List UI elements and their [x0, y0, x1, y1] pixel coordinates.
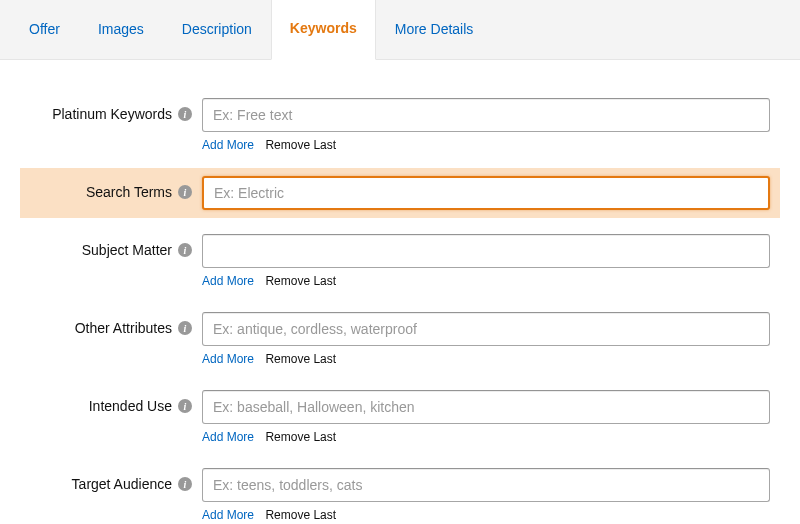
input-target-audience[interactable]	[202, 468, 770, 502]
field-search-terms: Search Terms i	[20, 168, 780, 218]
keywords-form: Platinum Keywords i Add More Remove Last…	[0, 60, 800, 524]
add-more-link[interactable]: Add More	[202, 508, 254, 522]
controls-other-attributes: Add More Remove Last	[202, 312, 770, 366]
controls-search-terms	[202, 176, 770, 210]
tab-keywords[interactable]: Keywords	[271, 0, 376, 60]
label-target-audience: Target Audience i	[30, 468, 202, 492]
remove-last-link[interactable]: Remove Last	[265, 508, 336, 522]
tab-more-details[interactable]: More Details	[376, 0, 493, 59]
tab-images[interactable]: Images	[79, 0, 163, 59]
add-more-link[interactable]: Add More	[202, 138, 254, 152]
input-platinum-keywords[interactable]	[202, 98, 770, 132]
tab-bar: Offer Images Description Keywords More D…	[0, 0, 800, 60]
label-intended-use: Intended Use i	[30, 390, 202, 414]
input-subject-matter[interactable]	[202, 234, 770, 268]
info-icon[interactable]: i	[178, 243, 192, 257]
label-text: Search Terms	[86, 184, 172, 200]
label-text: Intended Use	[89, 398, 172, 414]
tab-description[interactable]: Description	[163, 0, 271, 59]
field-platinum-keywords: Platinum Keywords i Add More Remove Last	[20, 90, 780, 160]
info-icon[interactable]: i	[178, 321, 192, 335]
label-search-terms: Search Terms i	[30, 176, 202, 200]
label-text: Target Audience	[72, 476, 172, 492]
controls-target-audience: Add More Remove Last	[202, 468, 770, 522]
info-icon[interactable]: i	[178, 399, 192, 413]
controls-subject-matter: Add More Remove Last	[202, 234, 770, 288]
remove-last-link[interactable]: Remove Last	[265, 138, 336, 152]
actions-target-audience: Add More Remove Last	[202, 508, 770, 522]
remove-last-link[interactable]: Remove Last	[265, 430, 336, 444]
add-more-link[interactable]: Add More	[202, 274, 254, 288]
add-more-link[interactable]: Add More	[202, 352, 254, 366]
field-target-audience: Target Audience i Add More Remove Last	[20, 460, 780, 524]
tab-offer[interactable]: Offer	[10, 0, 79, 59]
actions-intended-use: Add More Remove Last	[202, 430, 770, 444]
input-search-terms[interactable]	[202, 176, 770, 210]
info-icon[interactable]: i	[178, 185, 192, 199]
remove-last-link[interactable]: Remove Last	[265, 274, 336, 288]
actions-platinum-keywords: Add More Remove Last	[202, 138, 770, 152]
label-platinum-keywords: Platinum Keywords i	[30, 98, 202, 122]
label-text: Platinum Keywords	[52, 106, 172, 122]
actions-other-attributes: Add More Remove Last	[202, 352, 770, 366]
label-subject-matter: Subject Matter i	[30, 234, 202, 258]
field-other-attributes: Other Attributes i Add More Remove Last	[20, 304, 780, 374]
input-other-attributes[interactable]	[202, 312, 770, 346]
label-other-attributes: Other Attributes i	[30, 312, 202, 336]
controls-platinum-keywords: Add More Remove Last	[202, 98, 770, 152]
field-intended-use: Intended Use i Add More Remove Last	[20, 382, 780, 452]
input-intended-use[interactable]	[202, 390, 770, 424]
info-icon[interactable]: i	[178, 107, 192, 121]
label-text: Subject Matter	[82, 242, 172, 258]
add-more-link[interactable]: Add More	[202, 430, 254, 444]
info-icon[interactable]: i	[178, 477, 192, 491]
label-text: Other Attributes	[75, 320, 172, 336]
actions-subject-matter: Add More Remove Last	[202, 274, 770, 288]
controls-intended-use: Add More Remove Last	[202, 390, 770, 444]
field-subject-matter: Subject Matter i Add More Remove Last	[20, 226, 780, 296]
remove-last-link[interactable]: Remove Last	[265, 352, 336, 366]
